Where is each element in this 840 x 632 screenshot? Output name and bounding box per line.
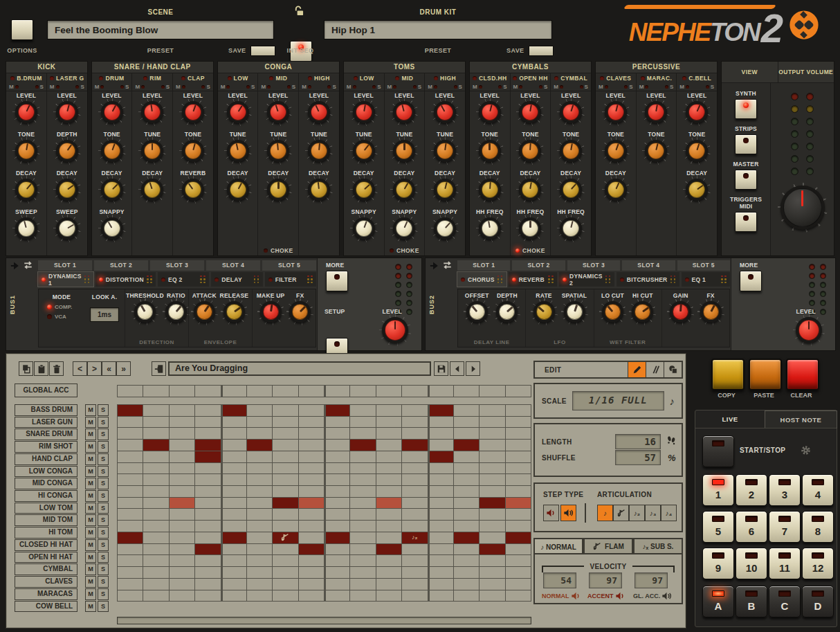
- mode-option-comp[interactable]: COMP.: [47, 304, 72, 310]
- knob-level[interactable]: [181, 100, 205, 124]
- step-cell[interactable]: [143, 451, 168, 462]
- knob-attack[interactable]: [193, 300, 216, 323]
- step-cell[interactable]: [273, 451, 298, 462]
- pattern-pad-4[interactable]: 4: [802, 474, 834, 506]
- step-cell[interactable]: [402, 567, 427, 578]
- acc-step-cell[interactable]: [376, 386, 401, 397]
- mute-button[interactable]: M: [599, 84, 608, 90]
- step-cell[interactable]: [195, 579, 220, 590]
- scene-save-button[interactable]: [250, 46, 275, 56]
- instrument-label-hi-tom[interactable]: HI TOM: [15, 527, 77, 539]
- step-cell[interactable]: [428, 532, 453, 543]
- slot-tab-slot-1[interactable]: SLOT 1: [38, 260, 92, 271]
- step-cell[interactable]: [402, 440, 427, 451]
- step-cell[interactable]: [506, 440, 531, 451]
- step-cell[interactable]: [118, 463, 143, 474]
- mute-button[interactable]: M: [221, 84, 230, 90]
- step-cell[interactable]: [325, 451, 349, 462]
- step-cell[interactable]: [480, 509, 504, 520]
- row-solo-laser-gun[interactable]: S: [98, 417, 109, 428]
- step-cell[interactable]: [454, 405, 479, 416]
- step-cell[interactable]: [247, 532, 272, 543]
- acc-step-cell[interactable]: [480, 386, 504, 397]
- knob-decay[interactable]: [15, 178, 38, 201]
- step-cell[interactable]: [195, 463, 220, 474]
- step-cell[interactable]: [170, 463, 194, 474]
- step-cell[interactable]: [273, 555, 298, 566]
- knob-level[interactable]: [644, 100, 668, 124]
- step-cell[interactable]: [195, 440, 220, 451]
- step-cell[interactable]: [221, 532, 246, 543]
- knob-level[interactable]: [55, 100, 79, 124]
- step-cell[interactable]: [221, 590, 246, 602]
- slot-tab-slot-2[interactable]: SLOT 2: [512, 260, 565, 271]
- step-cell[interactable]: [170, 532, 194, 543]
- knob-tune[interactable]: [352, 139, 376, 163]
- step-cell[interactable]: [299, 417, 324, 428]
- step-cell[interactable]: [273, 440, 298, 451]
- step-cell[interactable]: [480, 532, 504, 543]
- mute-button[interactable]: M: [679, 84, 689, 90]
- step-cell[interactable]: [299, 555, 324, 566]
- step-cell[interactable]: [118, 544, 143, 555]
- step-cell[interactable]: [454, 463, 479, 474]
- knob-decay[interactable]: [140, 178, 164, 201]
- step-cell[interactable]: [506, 579, 531, 590]
- scale-lcd[interactable]: 1/16 FULL: [572, 391, 664, 410]
- knob-sweep[interactable]: [15, 217, 38, 240]
- row-solo-maracas[interactable]: S: [98, 588, 109, 600]
- solo-button[interactable]: S: [120, 84, 129, 90]
- knob-snappy[interactable]: [352, 217, 376, 240]
- step-cell[interactable]: [428, 555, 453, 566]
- start-stop-button[interactable]: [702, 435, 734, 467]
- step-cell[interactable]: [506, 555, 531, 566]
- row-solo-cow-bell[interactable]: S: [98, 601, 109, 613]
- step-cell[interactable]: [118, 428, 143, 439]
- instrument-label-bass-drum[interactable]: BASS DRUM: [15, 404, 77, 416]
- step-cell[interactable]: [118, 498, 143, 509]
- step-cell[interactable]: [428, 417, 453, 428]
- slot-tab-slot-4[interactable]: SLOT 4: [622, 260, 675, 271]
- step-cell[interactable]: [428, 590, 453, 602]
- step-cell[interactable]: [273, 544, 298, 555]
- articulation-note-button[interactable]: ♪: [597, 505, 613, 521]
- channel-header[interactable]: LASER G: [50, 73, 84, 83]
- mute-button[interactable]: M: [95, 84, 104, 90]
- step-cell[interactable]: [273, 521, 298, 532]
- step-cell[interactable]: [402, 579, 427, 590]
- pattern-right-button[interactable]: [466, 361, 480, 376]
- step-cell[interactable]: [376, 567, 401, 578]
- row-mute-closed-hi-hat[interactable]: M: [85, 539, 96, 551]
- knob-decay[interactable]: [559, 178, 583, 201]
- step-cell[interactable]: [350, 521, 375, 532]
- step-cell[interactable]: [402, 463, 427, 474]
- knob-level[interactable]: [352, 100, 376, 124]
- step-cell[interactable]: [170, 498, 194, 509]
- knob-tone[interactable]: [604, 139, 628, 163]
- step-cell[interactable]: [273, 579, 298, 590]
- instrument-label-maracas[interactable]: MARACAS: [15, 588, 77, 600]
- knob-release[interactable]: [223, 300, 246, 323]
- step-cell[interactable]: [143, 590, 168, 602]
- step-cell[interactable]: [299, 509, 324, 520]
- step-cell[interactable]: [325, 544, 349, 555]
- module-reverb[interactable]: REVERB: [509, 272, 557, 287]
- bank-pad-c[interactable]: C: [769, 586, 801, 617]
- step-cell[interactable]: [247, 590, 272, 602]
- knob-level[interactable]: [559, 100, 583, 124]
- row-solo-mid-tom[interactable]: S: [98, 514, 109, 526]
- step-cell[interactable]: [247, 498, 272, 509]
- step-cell[interactable]: [350, 463, 375, 474]
- step-cell[interactable]: [299, 579, 324, 590]
- acc-step-cell[interactable]: [325, 386, 349, 397]
- bank-pad-d[interactable]: D: [802, 586, 834, 617]
- mode-option-vca[interactable]: VCA: [47, 314, 66, 320]
- step-type-accent-button[interactable]: [560, 505, 576, 521]
- step-cell[interactable]: [350, 440, 375, 451]
- knob-tune[interactable]: [433, 139, 457, 163]
- step-cell[interactable]: [325, 555, 349, 566]
- choke-indicator[interactable]: CHOKE: [470, 247, 591, 254]
- prev-pattern-button[interactable]: <: [73, 361, 87, 376]
- row-solo-hi-tom[interactable]: S: [98, 527, 109, 539]
- step-cell[interactable]: [143, 579, 168, 590]
